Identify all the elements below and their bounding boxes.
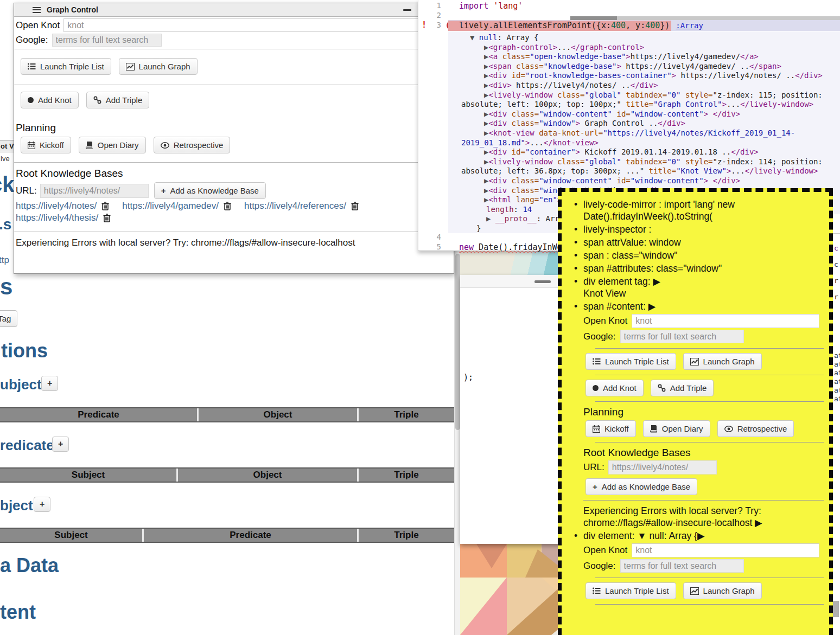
minimize-icon[interactable] [403,9,411,11]
code-line-3[interactable]: lively.allElementsFromPoint({x:400, y:40… [448,20,840,31]
triple-table-3: Subject Predicate Triple [0,528,454,543]
add-object-button[interactable]: + [34,497,50,512]
launch-triple-list-button[interactable]: Launch Triple List [586,353,676,370]
scrollbar-thumb[interactable] [455,254,460,430]
widget-scroll-bar[interactable] [570,16,840,20]
workspace-window[interactable]: ); [460,275,562,544]
retrospective-button[interactable]: Retrospective [154,137,231,153]
column-header: Predicate [0,408,197,421]
column-header: Object [197,408,357,421]
url-input[interactable] [40,184,149,198]
trash-icon[interactable] [224,202,231,210]
launch-graph-button[interactable]: Launch Graph [683,353,762,370]
book-icon [650,425,658,433]
page-scrollbar[interactable] [454,251,460,635]
url-label: URL: [16,185,37,196]
window-titlebar[interactable]: Graph Control [14,3,454,17]
overlay-item-div-element[interactable]: div element: ▼ null: Array {▶ [571,530,824,542]
overlay-error-hint[interactable]: Experiencing Errors with local server? T… [571,505,824,529]
menu-icon[interactable] [33,7,41,13]
calendar-icon [593,425,600,433]
kickoff-button[interactable]: Kickoff [586,420,636,437]
window-header[interactable] [460,275,562,288]
chart-icon [690,358,699,365]
add-triple-button[interactable]: Add Triple [86,92,150,108]
column-header: Object [176,469,357,482]
code-fragment[interactable]: ); [463,373,473,382]
heading-fragment-ls: .s [0,216,11,233]
minimize-icon[interactable] [534,280,551,283]
link-fragment[interactable]: ttp [0,255,9,266]
open-knot-label: Open Knot [16,20,60,31]
embedded-graph-control: Open Knot Google: Launch Triple List Lau… [571,314,824,501]
local-server-hint: Experiencing Errors with local server? T… [16,238,355,248]
desktop: ot V ive ck .s ttp s d Tag tions ubject … [0,0,840,635]
launch-graph-button[interactable]: Launch Graph [119,58,198,75]
overlay-item-div-tag[interactable]: div element tag: ▶ [571,275,824,287]
add-knot-button[interactable]: Add Knot [586,380,644,396]
subheading-object: bject [0,497,33,514]
plus-icon: + [161,186,166,195]
launch-triple-list-button[interactable]: Launch Triple List [21,58,111,75]
heading-fragment-s: s [0,274,12,300]
right-edge-fragments: c c r r at at at at at at [833,214,840,635]
google-search-input[interactable] [52,34,162,47]
google-search-input[interactable] [620,330,744,343]
line-number: 5 [418,242,441,251]
overlay-knot-view-label: Knot View [571,287,824,299]
kb-link[interactable]: https://lively4/notes/ [16,201,97,211]
kb-link[interactable]: https://lively4/thesis/ [16,213,98,223]
gutter-error-mark: ! [422,20,427,30]
add-triple-button[interactable]: Add Triple [651,380,714,396]
trash-icon[interactable] [101,202,109,210]
wallpaper-mosaic [460,544,562,635]
planning-heading: Planning [583,406,824,418]
google-label: Google: [583,561,616,572]
add-tag-button[interactable]: d Tag [0,310,17,327]
overlay-item-inspector: lively-inspector : [571,223,824,235]
open-knot-input[interactable] [632,314,819,328]
overlay-item-span-content[interactable]: span #content: ▶ [571,300,824,312]
trash-icon[interactable] [103,214,111,222]
add-knot-button[interactable]: Add Knot [21,92,79,108]
kb-link[interactable]: https://lively4/gamedev/ [122,201,219,211]
line-number: 2 [418,11,441,20]
add-subject-button[interactable]: + [41,376,58,391]
retrospective-button[interactable]: Retrospective [717,420,794,437]
subheading-subject: ubject [0,376,42,393]
tab-fragment: ive [1,155,10,163]
add-knowledge-base-button[interactable]: + Add as Knowledge Base [586,478,697,495]
graph-control-window: Graph Control Open Knot Google: Launch T… [14,3,454,274]
overlay-item-code-mirror: lively-code-mirror : import 'lang' new D… [571,198,824,222]
add-predicate-button[interactable]: + [52,437,69,452]
heading-meta-data: a Data [0,554,59,577]
column-header: Subject [0,469,176,482]
triple-table-1: Predicate Object Triple [0,407,454,422]
overlay-item-attr-value: span attrValue: window [571,236,824,248]
kb-link[interactable]: https://lively4/references/ [244,201,346,211]
list-icon [593,358,601,365]
trash-icon[interactable] [351,202,359,210]
url-label: URL: [583,462,604,473]
open-diary-button[interactable]: Open Diary [643,420,710,437]
open-knot-input[interactable] [632,543,819,557]
launch-triple-list-button[interactable]: Launch Triple List [586,582,676,599]
knowledge-base-links: https://lively4/notes/ https://lively4/g… [16,201,418,223]
knot-dot-icon [28,97,34,103]
chart-icon [126,63,135,70]
open-knot-label: Open Knot [583,316,627,326]
code-line-1[interactable]: import 'lang' [459,1,523,11]
google-search-input[interactable] [620,559,744,573]
wallpaper-teal-strip [460,251,562,275]
add-knowledge-base-button[interactable]: + Add as Knowledge Base [154,182,266,199]
scrollbar-thumb[interactable] [833,601,839,617]
eye-icon [161,142,169,149]
open-diary-button[interactable]: Open Diary [79,137,146,153]
kickoff-button[interactable]: Kickoff [21,137,71,153]
launch-graph-button[interactable]: Launch Graph [683,582,762,599]
url-input[interactable] [608,460,717,474]
link-icon [93,96,101,104]
overlay-item-span-class: span : class="window" [571,249,824,261]
array-result-chip[interactable]: :Array [674,21,705,30]
open-knot-input[interactable] [63,18,451,32]
